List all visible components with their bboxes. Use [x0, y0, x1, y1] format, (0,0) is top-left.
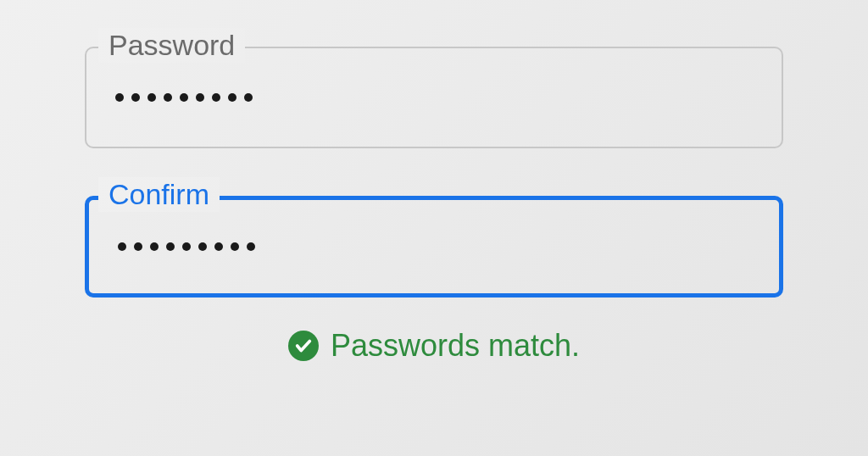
password-masked-value [115, 93, 253, 102]
password-field-group: Password [85, 47, 783, 148]
check-circle-icon [288, 331, 319, 361]
confirm-label: Confirm [98, 177, 220, 212]
validation-status: Passwords match. [85, 328, 783, 364]
password-label: Password [98, 28, 245, 63]
confirm-field-group: Confirm [85, 196, 783, 298]
validation-message: Passwords match. [331, 328, 580, 364]
confirm-masked-value [118, 242, 255, 251]
